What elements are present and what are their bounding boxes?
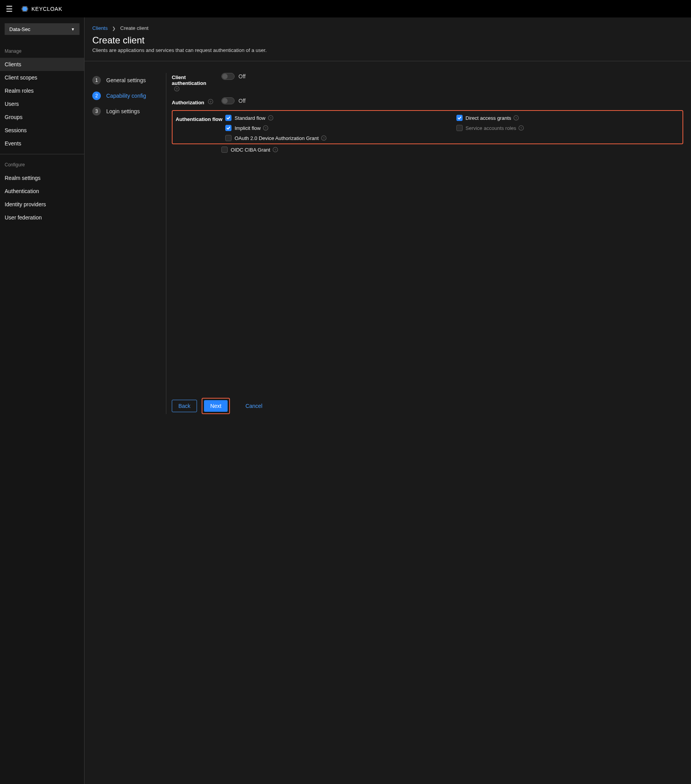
sidebar-item-client-scopes[interactable]: Client scopes xyxy=(0,71,84,84)
toggle-value: Off xyxy=(238,98,245,104)
checkbox-icon xyxy=(225,115,231,121)
svg-text:?: ? xyxy=(520,126,522,130)
svg-text:?: ? xyxy=(515,116,517,120)
help-icon[interactable]: ? xyxy=(263,125,268,131)
nav-section-manage: Manage xyxy=(0,41,84,58)
realm-name: Data-Sec xyxy=(9,26,30,32)
back-button[interactable]: Back xyxy=(172,400,197,412)
authorization-label: Authorization ? xyxy=(172,97,221,105)
sidebar-item-identity-providers[interactable]: Identity providers xyxy=(0,198,84,211)
help-icon[interactable]: ? xyxy=(208,100,213,105)
checkbox-icon xyxy=(225,135,231,141)
step-label: Capability config xyxy=(106,93,146,99)
checkbox-standard-flow[interactable]: Standard flow ? xyxy=(225,115,449,121)
next-button[interactable]: Next xyxy=(204,400,228,412)
help-icon[interactable]: ? xyxy=(174,87,180,93)
help-icon[interactable]: ? xyxy=(268,115,273,121)
step-general-settings[interactable]: 1 General settings xyxy=(92,76,166,85)
authorization-toggle[interactable]: Off xyxy=(221,97,245,104)
realm-selector[interactable]: Data-Sec ▼ xyxy=(5,23,79,35)
checkbox-icon xyxy=(456,125,463,131)
help-icon[interactable]: ? xyxy=(513,115,519,121)
form-panel: Client authentication ? Off Authorizatio… xyxy=(166,73,683,414)
logo[interactable]: KEYCLOAK xyxy=(21,5,62,13)
hamburger-icon[interactable]: ☰ xyxy=(6,4,13,14)
auth-flow-highlight: Authentication flow Standard flow ? xyxy=(172,110,683,144)
breadcrumb: Clients ❯ Create client xyxy=(92,25,683,31)
page-title: Create client xyxy=(92,35,683,46)
toggle-value: Off xyxy=(238,73,245,79)
sidebar-item-user-federation[interactable]: User federation xyxy=(0,211,84,224)
sidebar-item-realm-settings[interactable]: Realm settings xyxy=(0,171,84,185)
sidebar-item-clients[interactable]: Clients xyxy=(0,58,84,71)
checkbox-service-accounts: Service accounts roles ? xyxy=(456,125,680,131)
step-login-settings[interactable]: 3 Login settings xyxy=(92,107,166,116)
checkbox-direct-access-grants[interactable]: Direct access grants ? xyxy=(456,115,680,121)
svg-text:?: ? xyxy=(323,136,325,140)
help-icon[interactable]: ? xyxy=(321,135,326,141)
step-number: 2 xyxy=(92,92,101,100)
main-content: Clients ❯ Create client Create client Cl… xyxy=(85,17,691,784)
page-description: Clients are applications and services th… xyxy=(92,47,683,53)
auth-flow-label: Authentication flow xyxy=(176,115,225,122)
header: ☰ KEYCLOAK xyxy=(0,0,691,17)
sidebar-item-groups[interactable]: Groups xyxy=(0,111,84,124)
checkbox-icon xyxy=(456,115,463,121)
step-label: Login settings xyxy=(106,108,140,114)
svg-text:?: ? xyxy=(210,100,212,104)
svg-text:?: ? xyxy=(176,87,178,91)
step-number: 3 xyxy=(92,107,101,116)
next-button-highlight: Next xyxy=(202,398,230,414)
keycloak-icon xyxy=(21,5,29,13)
sidebar: Data-Sec ▼ Manage Clients Client scopes … xyxy=(0,17,85,784)
breadcrumb-current: Create client xyxy=(120,25,149,31)
checkbox-oauth-device[interactable]: OAuth 2.0 Device Authorization Grant ? xyxy=(225,135,679,141)
sidebar-item-sessions[interactable]: Sessions xyxy=(0,124,84,137)
step-number: 1 xyxy=(92,76,101,85)
breadcrumb-clients-link[interactable]: Clients xyxy=(92,25,108,31)
checkbox-icon xyxy=(221,147,228,153)
checkbox-oidc-ciba[interactable]: OIDC CIBA Grant ? xyxy=(221,147,683,153)
step-capability-config[interactable]: 2 Capability config xyxy=(92,92,166,100)
help-icon[interactable]: ? xyxy=(518,125,524,131)
chevron-right-icon: ❯ xyxy=(112,26,116,31)
sidebar-item-realm-roles[interactable]: Realm roles xyxy=(0,84,84,97)
client-auth-label: Client authentication ? xyxy=(172,73,221,93)
step-label: General settings xyxy=(106,77,146,83)
sidebar-item-events[interactable]: Events xyxy=(0,137,84,150)
caret-down-icon: ▼ xyxy=(71,27,75,31)
sidebar-item-users[interactable]: Users xyxy=(0,97,84,111)
cancel-button[interactable]: Cancel xyxy=(239,400,269,412)
wizard-steps: 1 General settings 2 Capability config 3… xyxy=(92,73,166,414)
sidebar-item-authentication[interactable]: Authentication xyxy=(0,185,84,198)
svg-text:?: ? xyxy=(269,116,271,120)
svg-text:?: ? xyxy=(265,126,267,130)
help-icon[interactable]: ? xyxy=(273,147,278,152)
logo-text: KEYCLOAK xyxy=(31,6,62,12)
svg-text:?: ? xyxy=(274,148,276,152)
footer-buttons: Back Next Cancel xyxy=(172,398,683,414)
checkbox-icon xyxy=(225,125,231,131)
nav-section-configure: Configure xyxy=(0,154,84,171)
checkbox-implicit-flow[interactable]: Implicit flow ? xyxy=(225,125,449,131)
client-auth-toggle[interactable]: Off xyxy=(221,73,245,80)
